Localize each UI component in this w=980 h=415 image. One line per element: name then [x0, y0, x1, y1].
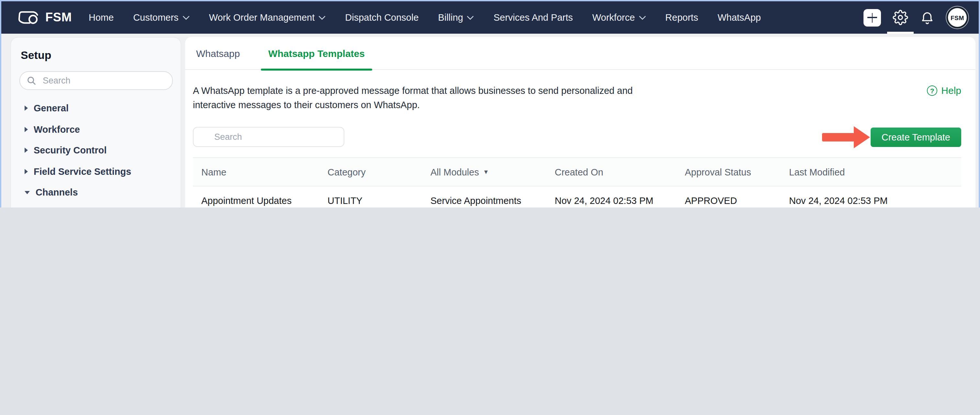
- fsm-brand[interactable]: FSM: [17, 10, 72, 25]
- nav-item-workforce[interactable]: Workforce: [592, 12, 646, 23]
- brand-text: FSM: [45, 10, 72, 25]
- nav-item-reports[interactable]: Reports: [665, 12, 698, 23]
- cell-category: UTILITY: [328, 196, 430, 206]
- chevron-down-icon: [467, 15, 474, 20]
- chevron-down-icon: [639, 15, 646, 20]
- red-arrow-annotation: [821, 126, 870, 148]
- dropdown-arrow-icon: ▾: [484, 168, 488, 176]
- setup-settings-button[interactable]: [892, 1, 908, 34]
- table-row[interactable]: Appointment Updates UTILITY Service Appo…: [193, 186, 961, 208]
- cell-name: Appointment Updates: [193, 196, 328, 206]
- notifications-button[interactable]: [920, 1, 935, 34]
- top-navbar: FSM Home Customers Work Order Management…: [1, 1, 979, 34]
- plus-icon: [864, 9, 881, 26]
- nav-item-dispatch-console[interactable]: Dispatch Console: [345, 12, 418, 23]
- user-avatar[interactable]: FSM: [947, 6, 968, 29]
- sidebar-search-box[interactable]: [19, 71, 173, 90]
- tab-whatsapp[interactable]: Whatsapp: [188, 37, 248, 70]
- quick-add-button[interactable]: [864, 1, 881, 34]
- sidebar-search-input[interactable]: [41, 75, 166, 86]
- nav-item-home[interactable]: Home: [89, 12, 114, 23]
- cell-created-on: Nov 24, 2024 02:53 PM: [555, 196, 685, 206]
- setup-active-indicator: [887, 32, 914, 34]
- sidebar-subitem-email[interactable]: Email: [19, 203, 172, 208]
- navbar-right-actions: FSM: [864, 1, 968, 34]
- template-description: A WhatsApp template is a pre-approved me…: [193, 84, 649, 112]
- nav-item-services-and-parts[interactable]: Services And Parts: [493, 12, 573, 23]
- module-filter-dropdown[interactable]: All Modules ▾: [430, 167, 555, 177]
- nav-item-work-order-management[interactable]: Work Order Management: [209, 12, 326, 23]
- main-content-card: Whatsapp Whatsapp Templates A WhatsApp t…: [185, 37, 975, 208]
- sidebar-item-channels[interactable]: Channels: [19, 182, 173, 203]
- chevron-down-icon: [318, 15, 326, 20]
- cell-last-modified: Nov 24, 2024 02:53 PM: [789, 196, 961, 206]
- sidebar-item-workforce[interactable]: Workforce: [19, 119, 173, 140]
- nav-item-customers[interactable]: Customers: [133, 12, 189, 23]
- column-header-last-modified: Last Modified: [789, 167, 961, 177]
- gear-icon: [892, 10, 908, 25]
- sidebar-item-general[interactable]: General: [19, 98, 173, 119]
- table-toolbar: Create Template: [193, 127, 961, 147]
- app-window: FSM Home Customers Work Order Management…: [0, 0, 980, 208]
- table-header-row: Name Category All Modules ▾ Created On A…: [193, 158, 961, 186]
- nav-items: Home Customers Work Order Management Dis…: [89, 12, 761, 23]
- column-header-category: Category: [328, 167, 430, 177]
- caret-right-icon: [25, 106, 28, 111]
- sidebar-item-field-service-settings[interactable]: Field Service Settings: [19, 161, 173, 182]
- templates-table: Name Category All Modules ▾ Created On A…: [193, 157, 961, 208]
- caret-right-icon: [25, 148, 28, 153]
- nav-item-billing[interactable]: Billing: [438, 12, 474, 23]
- fsm-truck-logo-icon: [17, 10, 39, 25]
- setup-sidebar: Setup General Workforce Security Control: [10, 37, 181, 208]
- sidebar-menu: General Workforce Security Control Field…: [19, 98, 173, 208]
- search-icon: [27, 76, 36, 86]
- bell-icon: [920, 10, 935, 25]
- column-header-approval-status: Approval Status: [685, 167, 789, 177]
- sidebar-item-security-control[interactable]: Security Control: [19, 140, 173, 161]
- column-header-name: Name: [193, 167, 328, 177]
- chevron-down-icon: [183, 15, 190, 20]
- column-header-created-on: Created On: [555, 167, 685, 177]
- template-search-input[interactable]: [193, 127, 344, 147]
- create-template-button[interactable]: Create Template: [870, 127, 961, 147]
- help-question-icon: ?: [927, 85, 937, 95]
- cell-approval-status: APPROVED: [685, 196, 789, 206]
- tab-whatsapp-templates[interactable]: Whatsapp Templates: [261, 37, 372, 70]
- main-body: A WhatsApp template is a pre-approved me…: [185, 84, 975, 208]
- sidebar-title: Setup: [19, 49, 173, 62]
- caret-down-icon: [25, 191, 30, 194]
- cell-module: Service Appointments: [430, 196, 555, 206]
- avatar-initials: FSM: [951, 14, 964, 21]
- nav-item-whatsapp[interactable]: WhatsApp: [718, 12, 761, 23]
- tab-bar: Whatsapp Whatsapp Templates: [185, 37, 975, 70]
- help-link[interactable]: ? Help: [927, 85, 961, 96]
- caret-right-icon: [25, 169, 28, 174]
- caret-right-icon: [25, 127, 28, 132]
